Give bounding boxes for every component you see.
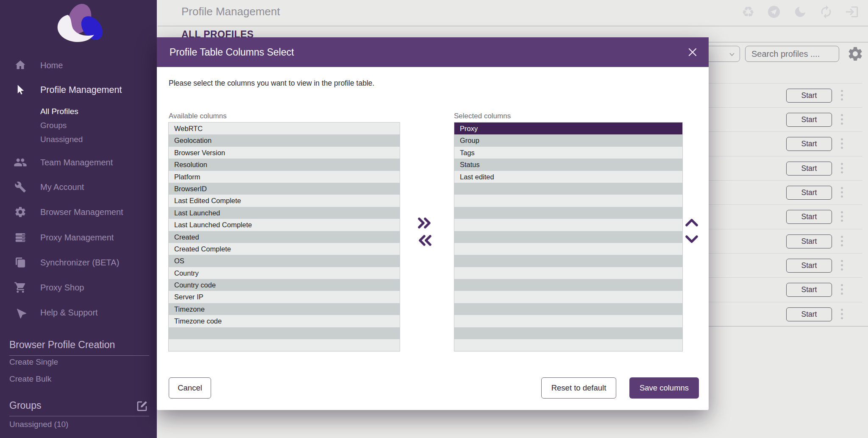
- reset-to-default-button[interactable]: Reset to default: [541, 377, 616, 399]
- list-item[interactable]: WebRTC: [169, 123, 400, 134]
- empty-list-row: [454, 339, 682, 351]
- sidebar-item-label: My Account: [40, 182, 84, 192]
- kebab-menu-icon[interactable]: [841, 284, 843, 295]
- list-item[interactable]: Created: [169, 231, 400, 243]
- start-button[interactable]: Start: [786, 162, 832, 176]
- empty-list-row: [454, 303, 682, 315]
- kebab-menu-icon[interactable]: [841, 138, 843, 149]
- logout-icon[interactable]: [844, 4, 860, 20]
- search-profiles-box: [745, 46, 839, 62]
- columns-select-modal: Profile Table Columns Select Please sele…: [157, 37, 709, 410]
- list-item[interactable]: Geolocation: [169, 134, 400, 146]
- table-settings-gear-icon[interactable]: [847, 45, 864, 62]
- start-button[interactable]: Start: [786, 89, 832, 103]
- start-button[interactable]: Start: [786, 259, 832, 273]
- kebab-menu-icon[interactable]: [841, 163, 843, 173]
- list-item[interactable]: Resolution: [169, 159, 400, 170]
- sidebar-item-unassigned[interactable]: Unassigned: [0, 131, 157, 148]
- sidebar-item-label: Help & Support: [40, 308, 98, 318]
- kebab-menu-icon[interactable]: [841, 309, 843, 319]
- empty-list-row: [454, 231, 682, 243]
- list-item[interactable]: Last Edited Complete: [169, 195, 400, 206]
- start-button[interactable]: Start: [786, 210, 832, 224]
- selected-columns-list: Proxy Group Tags Status Last edited: [454, 122, 683, 352]
- kebab-menu-icon[interactable]: [841, 236, 843, 246]
- dark-mode-moon-icon[interactable]: [792, 4, 808, 20]
- list-item[interactable]: Tags: [454, 147, 682, 159]
- sidebar-item-proxy-shop[interactable]: Proxy Shop: [0, 279, 157, 296]
- list-item[interactable]: Created Complete: [169, 243, 400, 255]
- list-item[interactable]: Server IP: [169, 291, 400, 303]
- modal-description: Please select the columns you want to vi…: [169, 79, 374, 88]
- kebab-menu-icon[interactable]: [841, 90, 843, 100]
- empty-list-row: [454, 195, 682, 206]
- list-item[interactable]: Country code: [169, 279, 400, 291]
- start-button[interactable]: Start: [786, 137, 832, 151]
- copy-icon: [13, 255, 28, 270]
- list-item[interactable]: OS: [169, 255, 400, 267]
- sidebar-item-unassigned-10[interactable]: Unassigned (10): [9, 420, 68, 429]
- kebab-menu-icon[interactable]: [841, 187, 843, 198]
- chevron-down-icon: [729, 51, 735, 58]
- list-item[interactable]: Last edited: [454, 171, 682, 183]
- save-columns-button[interactable]: Save columns: [629, 377, 699, 399]
- start-button[interactable]: Start: [786, 113, 832, 127]
- sidebar-item-synchronizer[interactable]: Synchronizer (BETA): [0, 254, 157, 271]
- cart-icon: [13, 280, 28, 295]
- list-item[interactable]: Browser Version: [169, 147, 400, 159]
- sync-icon[interactable]: [818, 4, 834, 20]
- sidebar-item-create-single[interactable]: Create Single: [9, 357, 58, 367]
- move-right-icon[interactable]: [417, 216, 433, 230]
- kebab-menu-icon[interactable]: [841, 114, 843, 125]
- sidebar-item-label: Team Management: [40, 158, 113, 167]
- sidebar-item-home[interactable]: Home: [0, 57, 157, 74]
- list-item[interactable]: Last Launched: [169, 207, 400, 219]
- list-item[interactable]: BrowserID: [169, 183, 400, 195]
- sidebar-item-help-support[interactable]: Help & Support: [0, 304, 157, 321]
- telegram-icon[interactable]: [766, 4, 782, 20]
- list-item-selected[interactable]: Proxy: [454, 123, 682, 134]
- sidebar-item-label: Proxy Management: [40, 233, 114, 243]
- kebab-menu-icon[interactable]: [841, 260, 843, 271]
- start-button[interactable]: Start: [786, 234, 832, 248]
- edit-icon[interactable]: [136, 400, 148, 413]
- empty-list-row: [454, 315, 682, 327]
- recycle-icon[interactable]: ♻: [740, 4, 756, 20]
- order-arrows: [684, 217, 699, 245]
- list-item[interactable]: Timezone: [169, 303, 400, 315]
- kebab-menu-icon[interactable]: [841, 211, 843, 222]
- sidebar-item-browser-management[interactable]: Browser Management: [0, 204, 157, 220]
- sidebar-item-proxy-management[interactable]: Proxy Management: [0, 229, 157, 246]
- sidebar-item-create-bulk[interactable]: Create Bulk: [9, 374, 51, 384]
- sidebar-item-profile-management[interactable]: Profile Management: [0, 81, 157, 98]
- browser-profile-creation-header: Browser Profile Creation: [9, 339, 149, 356]
- empty-list-row: [454, 255, 682, 267]
- modal-title: Profile Table Columns Select: [170, 47, 294, 58]
- list-item[interactable]: Status: [454, 159, 682, 170]
- empty-list-row: [454, 183, 682, 195]
- close-icon[interactable]: [686, 45, 699, 59]
- list-item[interactable]: Timezone code: [169, 315, 400, 327]
- list-item[interactable]: Country: [169, 267, 400, 279]
- empty-list-row: [454, 267, 682, 279]
- start-button[interactable]: Start: [786, 307, 832, 321]
- groups-header: Groups: [9, 400, 149, 416]
- sidebar-item-my-account[interactable]: My Account: [0, 179, 157, 195]
- move-up-icon[interactable]: [684, 217, 699, 228]
- sidebar-item-label: Synchronizer (BETA): [40, 258, 119, 268]
- page-title: Profile Management: [181, 5, 280, 18]
- start-button[interactable]: Start: [786, 186, 832, 200]
- search-input[interactable]: [746, 46, 839, 61]
- cancel-button[interactable]: Cancel: [169, 377, 211, 399]
- move-down-icon[interactable]: [684, 234, 699, 245]
- sidebar-item-team-management[interactable]: Team Management: [0, 154, 157, 171]
- sidebar-item-label: Proxy Shop: [40, 283, 84, 293]
- modal-header: Profile Table Columns Select: [157, 37, 709, 67]
- move-arrows: [417, 216, 433, 247]
- start-button[interactable]: Start: [786, 283, 832, 297]
- list-item[interactable]: Group: [454, 134, 682, 146]
- list-item[interactable]: Platform: [169, 171, 400, 183]
- move-left-icon[interactable]: [417, 234, 433, 247]
- list-item[interactable]: Last Launched Complete: [169, 219, 400, 231]
- sidebar-item-label: Browser Management: [40, 207, 123, 217]
